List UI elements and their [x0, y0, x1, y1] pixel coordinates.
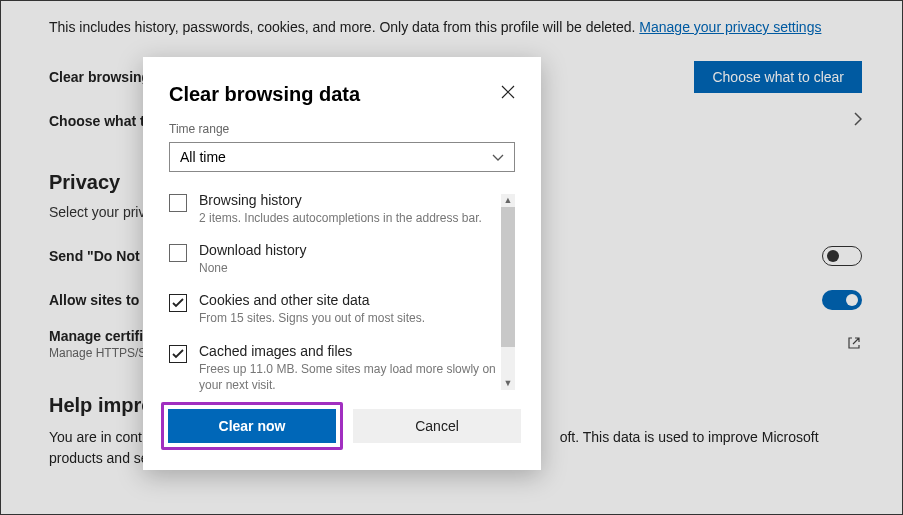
- option-desc: None: [199, 260, 306, 276]
- cancel-button[interactable]: Cancel: [353, 409, 521, 443]
- chevron-down-icon: [492, 149, 504, 165]
- clear-now-button[interactable]: Clear now: [168, 409, 336, 443]
- scroll-up-icon[interactable]: ▲: [504, 194, 513, 207]
- manage-privacy-link[interactable]: Manage your privacy settings: [639, 19, 821, 35]
- dnt-toggle[interactable]: [822, 246, 862, 266]
- dialog-actions: Clear now Cancel: [143, 392, 541, 450]
- option-browsing-history[interactable]: Browsing history 2 items. Includes autoc…: [169, 192, 501, 226]
- options-list: Browsing history 2 items. Includes autoc…: [169, 192, 515, 392]
- dialog-title: Clear browsing data: [169, 83, 360, 106]
- options-scroll-area: Browsing history 2 items. Includes autoc…: [169, 192, 515, 392]
- checkbox[interactable]: [169, 244, 187, 262]
- allow-sites-label: Allow sites to c: [49, 292, 151, 308]
- option-title: Download history: [199, 242, 306, 258]
- scroll-down-icon[interactable]: ▼: [504, 377, 513, 390]
- option-cached[interactable]: Cached images and files Frees up 11.0 MB…: [169, 343, 501, 392]
- option-title: Browsing history: [199, 192, 482, 208]
- option-text: Browsing history 2 items. Includes autoc…: [199, 192, 482, 226]
- manage-certs-label: Manage certifi: [49, 328, 146, 344]
- intro-text: This includes history, passwords, cookie…: [49, 19, 862, 35]
- improve-text-prefix: You are in cont: [49, 429, 142, 445]
- scroll-thumb[interactable]: [501, 207, 515, 347]
- dialog-header: Clear browsing data: [143, 57, 541, 116]
- intro-text-span: This includes history, passwords, cookie…: [49, 19, 639, 35]
- chevron-right-icon: [854, 112, 862, 130]
- dnt-label: Send "Do Not: [49, 248, 140, 264]
- clear-now-highlight: Clear now: [161, 402, 343, 450]
- option-cookies[interactable]: Cookies and other site data From 15 site…: [169, 292, 501, 326]
- time-range-label: Time range: [169, 122, 515, 136]
- option-download-history[interactable]: Download history None: [169, 242, 501, 276]
- external-link-icon: [846, 335, 862, 354]
- option-desc: 2 items. Includes autocompletions in the…: [199, 210, 482, 226]
- manage-certs-textcol: Manage certifi Manage HTTPS/S: [49, 328, 146, 360]
- option-title: Cookies and other site data: [199, 292, 425, 308]
- clear-browsing-data-dialog: Clear browsing data Time range All time …: [143, 57, 541, 470]
- option-desc: Frees up 11.0 MB. Some sites may load mo…: [199, 361, 501, 392]
- time-range-select[interactable]: All time: [169, 142, 515, 172]
- checkbox[interactable]: [169, 345, 187, 363]
- option-title: Cached images and files: [199, 343, 501, 359]
- dialog-body: Time range All time Browsing history 2 i…: [143, 122, 541, 392]
- option-desc: From 15 sites. Signs you out of most sit…: [199, 310, 425, 326]
- checkbox[interactable]: [169, 294, 187, 312]
- close-icon[interactable]: [501, 83, 515, 103]
- scrollbar[interactable]: ▲ ▼: [501, 194, 515, 390]
- time-range-value: All time: [180, 149, 226, 165]
- option-text: Download history None: [199, 242, 306, 276]
- choose-what-to-clear-button[interactable]: Choose what to clear: [694, 61, 862, 93]
- manage-certs-sublabel: Manage HTTPS/S: [49, 346, 146, 360]
- allow-sites-toggle[interactable]: [822, 290, 862, 310]
- clear-browsing-label: Clear browsing: [49, 69, 150, 85]
- option-text: Cached images and files Frees up 11.0 MB…: [199, 343, 501, 392]
- choose-close-label: Choose what to: [49, 113, 153, 129]
- checkbox[interactable]: [169, 194, 187, 212]
- option-text: Cookies and other site data From 15 site…: [199, 292, 425, 326]
